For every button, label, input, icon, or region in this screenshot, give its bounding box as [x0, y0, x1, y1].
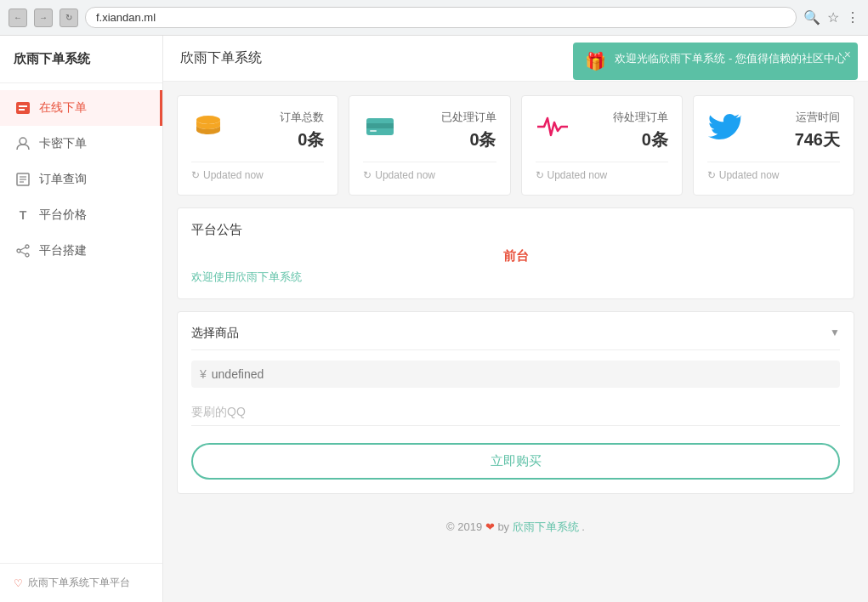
announcement-card: 平台公告 前台 欢迎使用欣雨下单系统: [177, 207, 854, 299]
main-header: 欣雨下单系统 🎁 欢迎光临欣雨下单系统 - 您值得信赖的社区中心 ×: [163, 36, 868, 82]
stat-value-runtime: 746天: [795, 128, 840, 151]
stat-value-pending: 0条: [613, 128, 668, 151]
online-order-icon: [15, 100, 31, 116]
stat-label-processed: 已处理订单: [441, 110, 496, 125]
sidebar-footer: ♡ 欣雨下单系统下单平台: [0, 563, 162, 602]
card-order-icon: [15, 136, 31, 151]
refresh-button[interactable]: ↻: [60, 9, 78, 27]
announcement-front: 前台: [191, 248, 840, 264]
svg-point-13: [196, 116, 220, 124]
footer-dot: .: [582, 520, 585, 533]
search-icon[interactable]: 🔍: [803, 9, 820, 26]
sidebar-item-card-order[interactable]: 卡密下单: [0, 126, 162, 162]
refresh-icon-2: ↻: [363, 169, 372, 181]
platform-build-icon: [15, 243, 31, 258]
svg-rect-0: [16, 102, 30, 114]
sidebar-item-platform-build[interactable]: 平台搭建: [0, 233, 162, 269]
sidebar-logo: 欣雨下单系统: [0, 36, 162, 83]
sidebar-item-online-order[interactable]: 在线下单: [0, 90, 162, 126]
sidebar-item-label: 订单查询: [39, 172, 87, 187]
sidebar-item-label: 平台价格: [39, 207, 87, 223]
page-title: 欣雨下单系统: [180, 50, 262, 65]
notification-banner: 🎁 欢迎光临欣雨下单系统 - 您值得信赖的社区中心 ×: [573, 43, 858, 80]
svg-rect-16: [370, 130, 377, 132]
url-text: f.xiandan.ml: [96, 11, 156, 24]
order-query-icon: [15, 172, 31, 187]
stat-card-processed: 已处理订单 0条 ↻ Updated now: [349, 95, 510, 196]
sidebar-item-platform-price[interactable]: T 平台价格: [0, 197, 162, 233]
svg-point-10: [26, 253, 29, 257]
sidebar-item-order-query[interactable]: 订单查询: [0, 162, 162, 197]
stat-footer-total: ↻ Updated now: [191, 162, 324, 181]
stat-card-pending: 待处理订单 0条 ↻ Updated now: [521, 95, 683, 196]
gift-icon: 🎁: [585, 51, 606, 71]
buy-button[interactable]: 立即购买: [191, 443, 840, 480]
sidebar-item-label: 在线下单: [39, 100, 87, 116]
announcement-title: 平台公告: [191, 222, 840, 238]
platform-price-icon: T: [15, 207, 31, 223]
stat-value-total: 0条: [280, 128, 324, 151]
notification-close[interactable]: ×: [844, 48, 851, 61]
twitter-icon: [707, 110, 741, 151]
footer-link[interactable]: 欣雨下单系统: [513, 520, 579, 533]
product-select-row: 选择商品 ▼: [191, 326, 840, 350]
stat-label-runtime: 运营时间: [795, 110, 840, 125]
sidebar-footer-text: 欣雨下单系统下单平台: [28, 576, 130, 590]
svg-line-11: [20, 247, 26, 250]
browser-chrome: ← → ↻ f.xiandan.ml 🔍 ☆ ⋮: [0, 0, 868, 36]
qq-input[interactable]: [191, 398, 840, 426]
stat-footer-processed: ↻ Updated now: [363, 162, 496, 181]
pulse-icon: [536, 110, 570, 151]
card-icon: [363, 110, 397, 151]
footer-by: by: [497, 520, 509, 533]
svg-point-9: [26, 245, 29, 248]
sidebar-item-label: 卡密下单: [39, 136, 87, 151]
price-input[interactable]: [212, 367, 831, 381]
refresh-icon-4: ↻: [707, 169, 716, 181]
svg-rect-1: [19, 105, 27, 107]
star-icon[interactable]: ☆: [827, 9, 839, 26]
svg-point-8: [17, 249, 20, 253]
announcement-link[interactable]: 欢迎使用欣雨下单系统: [191, 270, 302, 283]
page-footer: © 2019 ❤ by 欣雨下单系统 .: [163, 506, 868, 548]
refresh-icon-3: ↻: [536, 169, 544, 181]
footer-copyright: © 2019: [446, 520, 482, 533]
browser-icons: 🔍 ☆ ⋮: [803, 9, 859, 26]
sidebar-nav: 在线下单 卡密下单 订单查询 T 平台价格: [0, 83, 162, 563]
stat-label-total: 订单总数: [280, 110, 324, 125]
stats-row: 订单总数 0条 ↻ Updated now 已处理订单 0条: [163, 82, 868, 196]
select-arrow-icon: ▼: [830, 327, 840, 338]
qq-row: [191, 398, 840, 426]
stat-card-runtime: 运营时间 746天 ↻ Updated now: [693, 95, 854, 196]
menu-icon[interactable]: ⋮: [846, 9, 859, 26]
address-bar[interactable]: f.xiandan.ml: [85, 7, 797, 28]
stat-label-pending: 待处理订单: [613, 110, 668, 125]
sidebar: 欣雨下单系统 在线下单 卡密下单 订单查询 T: [0, 36, 163, 602]
price-input-wrapper: ¥: [191, 361, 840, 388]
price-row: ¥: [191, 361, 840, 388]
order-form: 选择商品 ▼ ¥ 立即购买: [177, 311, 854, 494]
stat-card-total: 订单总数 0条 ↻ Updated now: [177, 95, 338, 196]
stat-value-processed: 0条: [441, 128, 496, 151]
main-content: 欣雨下单系统 🎁 欢迎光临欣雨下单系统 - 您值得信赖的社区中心 × 订单总数 …: [163, 36, 868, 602]
stat-footer-runtime: ↻ Updated now: [707, 162, 840, 181]
stat-footer-pending: ↻ Updated now: [536, 162, 668, 181]
forward-button[interactable]: →: [34, 9, 53, 27]
heart-icon: ♡: [14, 577, 23, 589]
svg-rect-15: [366, 123, 394, 128]
sidebar-item-label: 平台搭建: [39, 243, 87, 258]
svg-line-12: [20, 252, 26, 254]
price-prefix: ¥: [200, 367, 207, 381]
svg-rect-2: [19, 109, 25, 111]
back-button[interactable]: ←: [9, 9, 27, 27]
notification-text: 欢迎光临欣雨下单系统 - 您值得信赖的社区中心: [615, 51, 846, 66]
refresh-icon-1: ↻: [191, 169, 200, 181]
product-select[interactable]: 选择商品: [191, 326, 830, 339]
database-icon: [191, 110, 225, 151]
svg-point-3: [20, 138, 26, 145]
heart-icon: ❤: [485, 520, 498, 533]
